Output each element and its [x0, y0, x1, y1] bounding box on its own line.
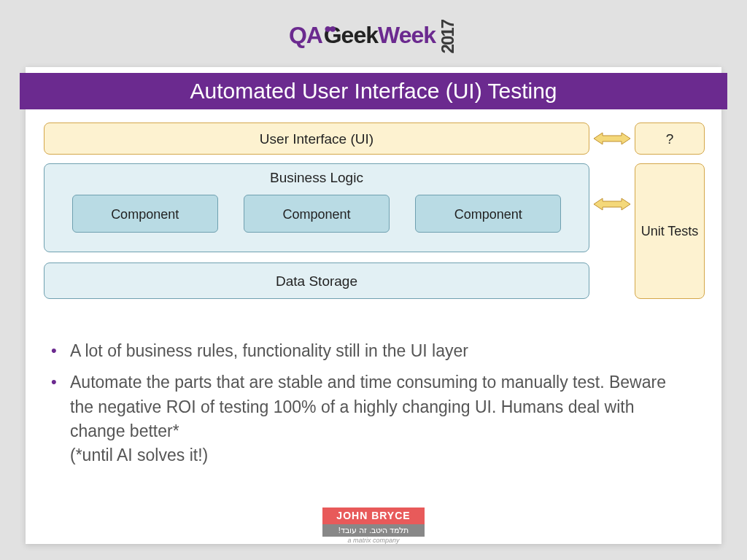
- bullet-item: Automate the parts that are stable and t…: [50, 370, 692, 467]
- footer-logo: JOHN BRYCE !תלמד היטב. זה עובד a matrix …: [322, 508, 425, 545]
- footer-brand: JOHN BRYCE: [322, 508, 425, 524]
- bullet-item: A lot of business rules, functionality s…: [50, 339, 692, 363]
- event-logo: QA●●GeekWeek2017: [289, 20, 458, 53]
- architecture-diagram: User Interface (UI) ? Business Logic Com…: [44, 122, 706, 327]
- ui-layer-box: User Interface (UI): [44, 122, 589, 155]
- component-box: Component: [415, 195, 561, 233]
- logo-year: 2017: [438, 20, 458, 53]
- question-box: ?: [635, 122, 705, 155]
- double-arrow-icon: [594, 197, 630, 211]
- double-arrow-icon: [594, 131, 630, 146]
- components-row: Component Component Component: [44, 195, 589, 233]
- slide-title: Automated User Interface (UI) Testing: [20, 73, 727, 109]
- component-box: Component: [72, 195, 218, 233]
- glasses-icon: ●●: [324, 21, 334, 36]
- data-storage-box: Data Storage: [44, 262, 589, 299]
- unit-tests-box: Unit Tests: [635, 163, 705, 299]
- logo-week: Week: [378, 22, 436, 48]
- business-logic-label: Business Logic: [44, 164, 589, 195]
- bullet-list: A lot of business rules, functionality s…: [50, 339, 692, 475]
- footer-tagline: !תלמד היטב. זה עובד: [322, 524, 425, 537]
- logo-qa: QA: [289, 22, 322, 48]
- business-logic-box: Business Logic Component Component Compo…: [44, 163, 589, 252]
- component-box: Component: [244, 195, 390, 233]
- footer-subtext: a matrix company: [322, 537, 425, 545]
